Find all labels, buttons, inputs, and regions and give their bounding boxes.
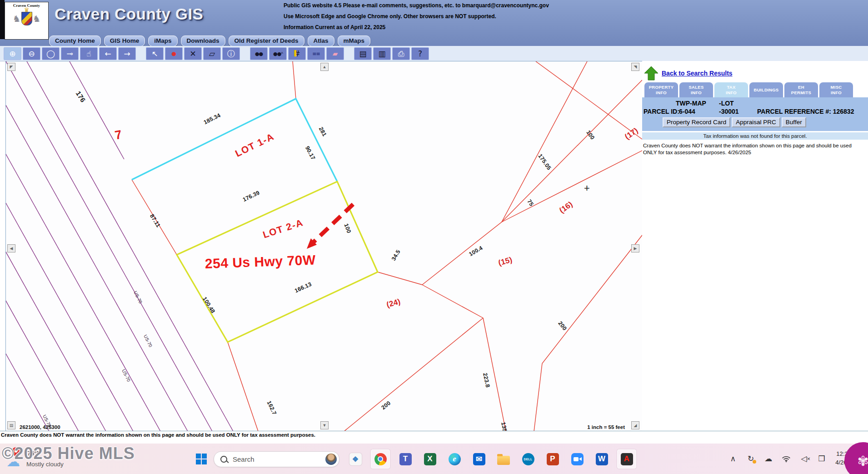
tab-label-line: INFO (679, 90, 713, 96)
taskbar-search[interactable]: Search (214, 451, 339, 467)
map-viewport[interactable]: 1767185.3428190.17LOT 1-A176.3987.11LOT … (5, 61, 643, 432)
search-address-icon: ●●ᴬ (273, 51, 283, 56)
nav-old-register-of-deeds[interactable]: Old Register of Deeds (229, 35, 304, 46)
map-page-bl-button[interactable]: ▤ (7, 421, 15, 429)
tab-label-line: SALES (679, 85, 713, 90)
zoom-in-button[interactable]: ⊕ (4, 47, 21, 60)
tab-property-info[interactable]: PROPERTYINFO (644, 82, 678, 97)
measure-tape-button[interactable]: ▥ (373, 47, 391, 60)
select-pointer-button[interactable]: ↖ (146, 47, 164, 60)
select-point-button[interactable]: ● (165, 47, 183, 60)
lot-header: -LOT (719, 100, 734, 107)
tab-tax-info[interactable]: TAXINFO (714, 82, 748, 97)
nav-mmaps[interactable]: mMaps (338, 35, 371, 46)
app-glyph-icon: X (424, 453, 436, 465)
tab-buildings[interactable]: BUILDINGS (749, 82, 783, 97)
volume-muted-icon[interactable]: ◁× (797, 449, 811, 468)
parcel-summary-box: TWP-MAP -LOT PARCEL ID: 6-044 -30001 PAR… (642, 97, 868, 131)
identify-info-icon: ⓘ (227, 50, 235, 58)
map-scroll-down-button[interactable]: ▼ (320, 421, 329, 429)
header-info-line: Public GIS website 4.5 Please e-mail com… (284, 2, 549, 9)
tab-misc-info[interactable]: MISCINFO (819, 82, 853, 97)
onedrive-cloud-icon[interactable]: ☁ (762, 449, 775, 468)
nav-forward-button[interactable]: → (118, 47, 136, 60)
map-scroll-up-button[interactable]: ▲ (320, 63, 329, 71)
parcel-id-label: PARCEL ID: (644, 108, 679, 115)
search-icon (220, 456, 227, 463)
grid-highlight-button[interactable]: #❚ (288, 47, 306, 60)
header-info-line: Information Current as of April 22, 2025 (284, 24, 549, 30)
wifi-icon[interactable] (779, 449, 793, 468)
parcel-id-value: 6-044 (679, 108, 695, 115)
nav-county-home[interactable]: County Home (49, 35, 101, 46)
property-record-card-button[interactable]: Property Record Card (663, 117, 730, 127)
nav-downloads[interactable]: Downloads (181, 35, 225, 46)
nav-imaps[interactable]: iMaps (148, 35, 177, 46)
map-scroll-right-button[interactable]: ▶ (631, 244, 639, 252)
help-button[interactable]: ? (411, 47, 429, 60)
tray-glyph: ∧ (730, 454, 736, 464)
identify-info-button[interactable]: ⓘ (222, 47, 240, 60)
parcel-boundary-lines (132, 61, 642, 431)
map-scroll-left-button[interactable]: ◀ (7, 244, 15, 252)
appraisal-prc-button[interactable]: Appraisal PRC (732, 117, 780, 127)
sync-pending-dot (753, 460, 756, 464)
nav-bar: County HomeGIS HomeiMapsDownloadsOld Reg… (49, 35, 370, 46)
eraser-button[interactable]: ▰ (326, 47, 344, 60)
search-address-button[interactable]: ●●ᴬ (269, 47, 287, 60)
word-taskbar-icon[interactable]: W (593, 450, 611, 468)
search-placeholder: Search (233, 455, 254, 463)
tab-eh-permits[interactable]: EHPERMITS (784, 82, 818, 97)
nav-atlas[interactable]: Atlas (308, 35, 334, 46)
map-corner-tr-button[interactable]: ◥ (631, 63, 639, 71)
zoom-camera-icon (571, 453, 584, 465)
lot2a-highlight-outline (177, 182, 378, 342)
parcel-reference-value: PARCEL REFERENCE #: 126832 (757, 108, 854, 115)
tab-sales-info[interactable]: SALESINFO (679, 82, 713, 97)
outlook-taskbar-icon[interactable]: ✉ (470, 450, 488, 468)
zoom-taskbar-icon[interactable] (568, 450, 586, 468)
left-edge-strip (0, 0, 5, 39)
select-polygon-icon: ▱ (209, 50, 215, 58)
tray-glyph: ◁ (801, 454, 807, 464)
excel-taskbar-icon[interactable]: X (421, 450, 439, 468)
photos-taskbar-icon[interactable]: ❖ (346, 450, 364, 468)
lot1a-highlight-outline (132, 99, 337, 182)
sync-icon[interactable]: ↻ (744, 449, 758, 468)
zoom-window-button[interactable]: ◯ (42, 47, 60, 60)
panel-tabs: PROPERTYINFOSALESINFOTAXINFOBUILDINGSEHP… (644, 82, 868, 97)
print-button[interactable]: ⎙ (392, 47, 410, 60)
edge-taskbar-icon[interactable]: e (445, 450, 464, 468)
tray-overlay-glyph: × (807, 455, 810, 462)
file-explorer-taskbar-icon[interactable] (494, 450, 513, 468)
dell-taskbar-icon[interactable]: DELL (519, 450, 537, 468)
input-switch-icon[interactable]: ❒ (815, 449, 828, 468)
zoom-previous-icon: ⊸ (66, 50, 73, 58)
zoom-out-button[interactable]: ⊖ (23, 47, 40, 60)
map-corner-br-button[interactable]: ◢ (631, 421, 639, 429)
tab-label-line: BUILDINGS (749, 87, 783, 93)
chrome-taskbar-icon[interactable] (371, 449, 390, 469)
acrobat-taskbar-icon[interactable]: A (617, 449, 636, 469)
map-corner-tl-button[interactable]: ◤ (7, 63, 15, 71)
nav-back-button[interactable]: ← (99, 47, 117, 60)
select-line-button[interactable]: ✕ (184, 47, 202, 60)
search-binoculars-button[interactable]: ●● (250, 47, 268, 60)
edge-logo-icon: e (449, 453, 461, 465)
teams-taskbar-icon[interactable]: T (396, 450, 414, 468)
twp-map-header: TWP-MAP (676, 100, 706, 107)
legend-list-button[interactable]: ▤ (354, 47, 372, 60)
back-to-search-results-link[interactable]: Back to Search Results (662, 70, 733, 77)
zoom-previous-button[interactable]: ⊸ (61, 47, 79, 60)
hive-mls-watermark: ©2025 Hive MLS (2, 444, 135, 463)
nav-gis-home[interactable]: GIS Home (104, 35, 145, 46)
tray-chevron-icon[interactable]: ∧ (726, 449, 740, 468)
layer-lines-button[interactable]: ≡≡ (307, 47, 325, 60)
pan-hand-button[interactable]: ☝ (80, 47, 98, 60)
windows-start-button[interactable] (196, 454, 207, 464)
parcel-buttons: Property Record Card Appraisal PRC Buffe… (663, 117, 806, 127)
annotation-arrow (307, 204, 353, 249)
powerpoint-taskbar-icon[interactable]: P (544, 450, 562, 468)
buffer-button[interactable]: Buffer (782, 117, 806, 127)
select-polygon-button[interactable]: ▱ (203, 47, 221, 60)
